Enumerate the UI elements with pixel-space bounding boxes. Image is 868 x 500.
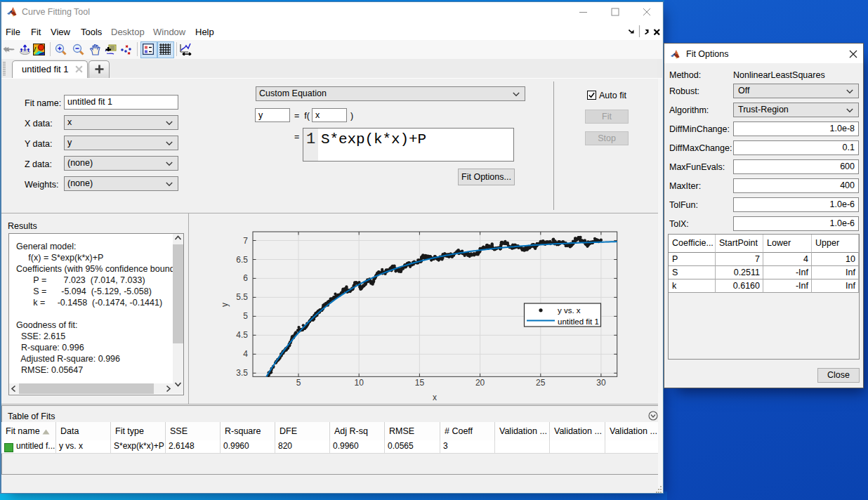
svg-text:6.5: 6.5	[236, 255, 248, 265]
svg-text:10: 10	[355, 378, 364, 388]
svg-text:x: x	[433, 393, 437, 402]
svg-text:20: 20	[475, 378, 485, 388]
svg-text:5.5: 5.5	[236, 292, 248, 302]
svg-text:25: 25	[536, 378, 546, 388]
svg-text:4.5: 4.5	[236, 330, 248, 340]
svg-text:7: 7	[243, 236, 248, 246]
svg-text:3.5: 3.5	[236, 368, 248, 378]
svg-text:6: 6	[243, 273, 248, 283]
svg-text:5: 5	[243, 311, 248, 321]
svg-text:5: 5	[296, 378, 301, 388]
svg-text:untitled fit 1: untitled fit 1	[558, 317, 599, 326]
svg-text:30: 30	[596, 378, 606, 388]
svg-text:4: 4	[243, 349, 248, 359]
svg-text:y vs. x: y vs. x	[558, 306, 581, 315]
svg-text:y: y	[220, 303, 230, 307]
svg-text:15: 15	[415, 378, 425, 388]
